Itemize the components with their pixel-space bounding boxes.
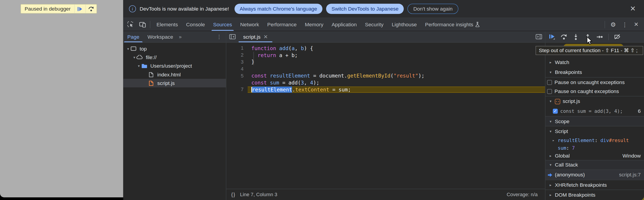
disclosure-triangle-icon[interactable]: ▾: [132, 55, 136, 59]
editor-pane: script.js ✕ 1function add(a, b) {2 retur…: [226, 31, 545, 200]
pause-uncaught-exceptions-row[interactable]: Pause on uncaught exceptions: [546, 77, 644, 87]
code-line-3[interactable]: 3}: [226, 58, 545, 65]
scope-var-value-tag: div: [600, 138, 609, 143]
tab-security[interactable]: Security: [361, 18, 388, 31]
infobar-close-icon[interactable]: ✕: [628, 4, 638, 13]
devtools-toolbar: Elements Console Sources Network Perform…: [123, 18, 644, 31]
scope-var-resultelement[interactable]: ▸ resultElement: div#result: [546, 136, 644, 145]
scope-global-section[interactable]: ▸ Global Window: [546, 152, 644, 160]
tree-item-top[interactable]: ▾ top: [123, 44, 226, 53]
pause-uncaught-checkbox[interactable]: [547, 80, 552, 85]
file-icon: [148, 72, 154, 77]
tree-item-script-js[interactable]: script.js: [123, 79, 226, 87]
section-title: Watch: [555, 59, 569, 65]
sources-panel-body: Page Workspace » ⋮ ▾ top: [123, 31, 644, 200]
devtools-close-icon[interactable]: ×: [631, 19, 642, 30]
disclosure-triangle-icon[interactable]: ▸: [552, 138, 555, 142]
navigator-kebab-menu-icon[interactable]: ⋮: [212, 31, 226, 42]
line-number[interactable]: 7: [226, 87, 248, 93]
code-area[interactable]: 1function add(a, b) {2 return a + b;3}45…: [226, 43, 545, 189]
code-line-5[interactable]: 5const resultElement = document.getEleme…: [226, 72, 545, 79]
tree-item-project-folder[interactable]: ▾ Users/user/project: [123, 62, 226, 70]
more-tabs-chevron-icon[interactable]: »: [177, 31, 183, 42]
browser-window: Paused in debugger: [0, 0, 644, 200]
section-breakpoints[interactable]: ▾ Breakpoints: [546, 67, 644, 77]
file-tree: ▾ top ▾ file://: [123, 43, 226, 200]
text-caret: [251, 87, 252, 92]
navigator-tabbar: Page Workspace » ⋮: [123, 31, 226, 43]
code-line-7[interactable]: 7resultElement.textContent = sum;: [226, 86, 545, 93]
code-line-6[interactable]: 6const sum = add(3, 4);: [226, 79, 545, 86]
section-call-stack[interactable]: ▾ Call Stack: [546, 160, 644, 170]
disclosure-triangle-icon[interactable]: ▾: [549, 163, 552, 167]
section-xhr-breakpoints[interactable]: ▸ XHR/fetch Breakpoints: [546, 180, 644, 190]
navigator-tab-page[interactable]: Page: [123, 31, 144, 42]
tab-lighthouse[interactable]: Lighthouse: [388, 18, 421, 31]
switch-devtools-japanese-button[interactable]: Switch DevTools to Japanese: [326, 3, 404, 14]
tab-network[interactable]: Network: [236, 18, 263, 31]
tab-memory[interactable]: Memory: [301, 18, 328, 31]
toggle-device-toolbar-button[interactable]: [137, 19, 148, 30]
step-over-button[interactable]: [86, 4, 96, 13]
tab-elements[interactable]: Elements: [152, 18, 182, 31]
call-stack-frame[interactable]: (anonymous) script.js:7: [546, 170, 644, 180]
tab-performance[interactable]: Performance: [263, 18, 301, 31]
line-number[interactable]: 2: [226, 52, 248, 58]
breakpoint-checkbox[interactable]: ✓: [553, 109, 558, 114]
breakpoint-entry[interactable]: ✓ const sum = add(3, 4); 6: [546, 106, 644, 116]
format-braces-icon[interactable]: { }: [230, 192, 236, 198]
code-line-1[interactable]: 1function add(a, b) {: [226, 45, 545, 52]
resume-script-button[interactable]: [74, 4, 85, 13]
editor-tab-script-js[interactable]: script.js ✕: [239, 31, 272, 42]
debugger-sections: ▸ Watch ▾ Breakpoints Pause on uncaught …: [546, 43, 644, 200]
navigator-tab-workspace[interactable]: Workspace: [144, 31, 177, 42]
breakpoint-file-group[interactable]: ▾ ‹› script.js: [546, 96, 644, 106]
step-button[interactable]: [596, 33, 603, 40]
section-watch[interactable]: ▸ Watch: [546, 57, 644, 68]
folder-icon: [141, 63, 147, 68]
tab-performance-insights[interactable]: Performance insights: [421, 18, 484, 31]
tab-console[interactable]: Console: [182, 18, 209, 31]
collapse-sidebar-icon[interactable]: [533, 31, 545, 42]
disclosure-triangle-icon[interactable]: ▾: [549, 129, 552, 133]
scope-var-name: resultElement: [558, 138, 595, 143]
disclosure-triangle-icon[interactable]: ▾: [549, 119, 552, 123]
scope-script-section[interactable]: ▾ Script: [546, 126, 644, 136]
inspect-icon: [127, 21, 133, 27]
disclosure-triangle-icon[interactable]: ▾: [126, 46, 130, 50]
tab-application[interactable]: Application: [328, 18, 361, 31]
section-scope[interactable]: ▾ Scope: [546, 116, 644, 127]
section-dom-breakpoints[interactable]: ▸ DOM Breakpoints: [546, 190, 644, 200]
disclosure-triangle-icon[interactable]: ▾: [549, 99, 552, 103]
line-number[interactable]: 4: [226, 66, 248, 72]
disclosure-triangle-icon[interactable]: ▾: [549, 70, 552, 74]
disclosure-triangle-icon[interactable]: ▸: [549, 183, 552, 187]
line-number[interactable]: 1: [226, 45, 248, 51]
inspect-element-button[interactable]: [125, 19, 136, 30]
line-number[interactable]: 5: [226, 73, 248, 79]
line-number[interactable]: 3: [226, 59, 248, 65]
tree-item-index-html[interactable]: index.html: [123, 70, 226, 79]
scope-var-sum[interactable]: sum: 7: [546, 145, 644, 152]
tab-sources[interactable]: Sources: [209, 18, 236, 31]
code-line-2[interactable]: 2 return a + b;: [226, 52, 545, 59]
pause-caught-checkbox[interactable]: [547, 89, 552, 94]
settings-gear-icon[interactable]: ⚙: [608, 19, 618, 30]
match-chrome-language-button[interactable]: Always match Chrome's language: [234, 3, 322, 14]
collapse-navigator-icon[interactable]: [226, 31, 239, 42]
code-line-4[interactable]: 4: [226, 65, 545, 72]
tree-item-file-origin[interactable]: ▾ file://: [123, 53, 226, 62]
disclosure-triangle-icon[interactable]: ▸: [549, 154, 552, 158]
close-tab-icon[interactable]: ✕: [264, 34, 268, 39]
dont-show-again-button[interactable]: Don't show again: [408, 3, 458, 14]
disclosure-triangle-icon[interactable]: ▸: [549, 193, 552, 197]
resume-script-button[interactable]: [549, 33, 555, 40]
step-over-button[interactable]: [560, 33, 567, 40]
step-into-button[interactable]: [572, 33, 579, 40]
pause-caught-exceptions-row[interactable]: Pause on caught exceptions: [546, 87, 644, 96]
kebab-menu-icon[interactable]: ⋮: [619, 19, 630, 30]
disclosure-triangle-icon[interactable]: ▾: [137, 64, 141, 68]
code-line-content: const resultElement = document.getElemen…: [248, 73, 424, 79]
deactivate-breakpoints-button[interactable]: [614, 33, 620, 40]
disclosure-triangle-icon[interactable]: ▸: [549, 60, 552, 64]
